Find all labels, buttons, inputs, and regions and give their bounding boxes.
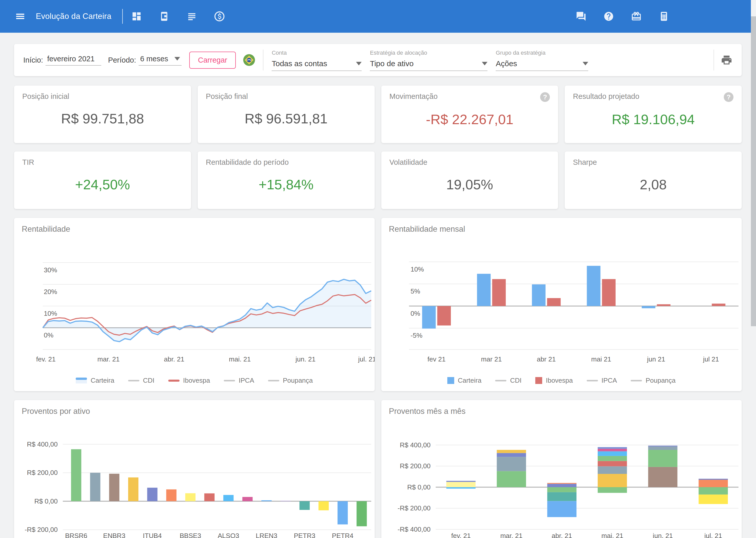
app-header: Evolução da Carteira [0, 0, 756, 33]
legend-item-cdi[interactable]: CDI [128, 377, 155, 385]
dashboard-icon[interactable] [131, 11, 142, 22]
svg-text:ITUB4: ITUB4 [143, 532, 162, 538]
legend-item-carteira[interactable]: Carteira [447, 377, 481, 385]
svg-text:mar 21: mar 21 [481, 355, 502, 363]
legend-item-ibovespa[interactable]: Ibovespa [535, 377, 573, 385]
allocation-strategy-select[interactable]: Estratégia de alocação Tipo de ativo [370, 49, 487, 71]
svg-text:fev. 21: fev. 21 [451, 532, 471, 538]
legend-item-carteira[interactable]: Carteira [76, 377, 114, 385]
svg-text:mar. 21: mar. 21 [500, 532, 523, 538]
card-device-icon[interactable] [158, 11, 170, 22]
svg-text:jun. 21: jun. 21 [295, 355, 315, 363]
monthly-bar-chart-canvas[interactable]: 10%5%0%-5%fev 21mar 21abr 21mai 21jun 21… [381, 218, 742, 391]
svg-text:30%: 30% [44, 266, 57, 274]
menu-icon[interactable] [15, 11, 26, 22]
help-icon[interactable]: ? [724, 92, 733, 102]
svg-text:ENBR3: ENBR3 [103, 532, 125, 538]
svg-text:jun. 21: jun. 21 [653, 532, 673, 538]
legend-item-cdi[interactable]: CDI [495, 377, 522, 385]
printer-icon[interactable] [721, 54, 732, 66]
help-icon[interactable] [603, 11, 614, 22]
chart-title: Rentabilidade mensal [389, 225, 465, 234]
gift-icon[interactable] [631, 11, 642, 22]
svg-text:PETR4: PETR4 [332, 532, 353, 538]
kpi-row-2: TIR +24,50% Rentabilidade do período +15… [14, 151, 742, 209]
scrollbar-thumb[interactable] [751, 16, 756, 326]
svg-text:jul. 21: jul. 21 [358, 355, 375, 363]
legend-swatch [447, 377, 454, 384]
svg-text:R$ 200,00: R$ 200,00 [400, 462, 430, 470]
chart-legend: CarteiraCDIIbovespaIPCAPoupança [14, 377, 375, 385]
strategy-group-select[interactable]: Grupo da estratégia Ações [496, 49, 588, 71]
stacked-bar-chart-canvas[interactable]: R$ 400,00R$ 200,00R$ 0,00-R$ 200,00-R$ 4… [381, 400, 742, 538]
svg-text:abr. 21: abr. 21 [552, 532, 572, 538]
legend-swatch [76, 378, 87, 383]
svg-text:0%: 0% [44, 331, 53, 339]
period-label: Período: [108, 56, 136, 64]
chart-title: Proventos mês a mês [389, 407, 466, 416]
legend-label: Carteira [458, 377, 481, 385]
legend-label: Ibovespa [546, 377, 573, 385]
chart-title: Rentabilidade [22, 225, 70, 234]
account-select[interactable]: Conta Todas as contas [272, 49, 362, 71]
legend-swatch [128, 380, 139, 381]
legend-swatch [587, 380, 598, 381]
header-nav [131, 11, 225, 22]
svg-text:LREN3: LREN3 [256, 532, 277, 538]
panel-rentabilidade-mensal: Rentabilidade mensal 10%5%0%-5%fev 21mar… [381, 218, 742, 391]
kpi-card-volatilidade: Volatilidade 19,05% [381, 151, 558, 209]
brazil-flag-icon[interactable] [243, 54, 255, 66]
svg-text:5%: 5% [410, 288, 420, 295]
svg-text:BBSE3: BBSE3 [179, 532, 201, 538]
legend-item-poupança[interactable]: Poupança [268, 377, 313, 385]
svg-text:jul 21: jul 21 [703, 355, 719, 363]
calculator-icon[interactable] [658, 11, 669, 22]
svg-text:-R$ 200,00: -R$ 200,00 [398, 505, 430, 512]
help-icon[interactable]: ? [540, 92, 550, 102]
load-button[interactable]: Carregar [189, 52, 236, 69]
legend-item-ipca[interactable]: IPCA [224, 377, 254, 385]
money-icon[interactable] [214, 11, 225, 22]
kpi-row-1: Posição inicial R$ 99.751,88 Posição fin… [14, 85, 742, 143]
svg-text:R$ 200,00: R$ 200,00 [27, 469, 58, 477]
line-chart-canvas[interactable]: 30%20%10%0%fev. 21mar. 21abr. 21mai. 21j… [14, 218, 375, 391]
legend-swatch [268, 380, 279, 381]
chevron-down-icon [356, 62, 362, 65]
portfolio-evolution-page: Evolução da Carteira [0, 0, 756, 538]
chat-icon[interactable] [575, 11, 587, 22]
legend-swatch [224, 380, 235, 381]
chevron-down-icon [174, 57, 180, 61]
svg-text:mar. 21: mar. 21 [97, 355, 120, 363]
legend-label: CDI [143, 377, 155, 385]
legend-item-ipca[interactable]: IPCA [587, 377, 617, 385]
svg-text:20%: 20% [44, 288, 57, 296]
start-date-input[interactable]: fevereiro 2021 [45, 55, 101, 66]
svg-text:jul. 21: jul. 21 [704, 532, 722, 538]
svg-text:-R$ 400,00: -R$ 400,00 [398, 525, 430, 533]
legend-label: Carteira [91, 377, 114, 385]
svg-text:0%: 0% [410, 310, 420, 317]
kpi-value: 19,05% [446, 177, 493, 192]
kpi-card-posicao-final: Posição final R$ 96.591,81 [198, 85, 375, 143]
svg-text:fev 21: fev 21 [427, 355, 446, 363]
svg-text:ALSO3: ALSO3 [218, 532, 239, 538]
legend-item-ibovespa[interactable]: Ibovespa [168, 377, 210, 385]
legend-item-poupança[interactable]: Poupança [631, 377, 675, 385]
svg-text:10%: 10% [410, 265, 424, 273]
panel-proventos-mes-a-mes: Proventos mês a mês R$ 400,00R$ 200,00R$… [381, 400, 742, 538]
svg-text:mai 21: mai 21 [591, 355, 611, 363]
bottom-charts-row: Proventos por ativo R$ 400,00R$ 200,00R$… [14, 400, 742, 538]
asset-bar-chart-canvas[interactable]: R$ 400,00R$ 200,00R$ 0,00-R$ 200,00BRSR6… [14, 400, 375, 538]
chevron-down-icon [583, 62, 588, 65]
scrollbar[interactable] [751, 0, 756, 538]
svg-text:abr. 21: abr. 21 [164, 355, 184, 363]
divider [714, 50, 714, 71]
period-select[interactable]: 6 meses [139, 55, 182, 66]
filter-bar: Início: fevereiro 2021 Período: 6 meses … [14, 44, 742, 76]
legend-swatch [535, 377, 542, 384]
legend-label: IPCA [239, 377, 254, 385]
list-icon[interactable] [186, 11, 197, 22]
legend-label: Ibovespa [183, 377, 210, 385]
svg-text:fev. 21: fev. 21 [36, 355, 55, 363]
legend-label: CDI [510, 377, 522, 385]
